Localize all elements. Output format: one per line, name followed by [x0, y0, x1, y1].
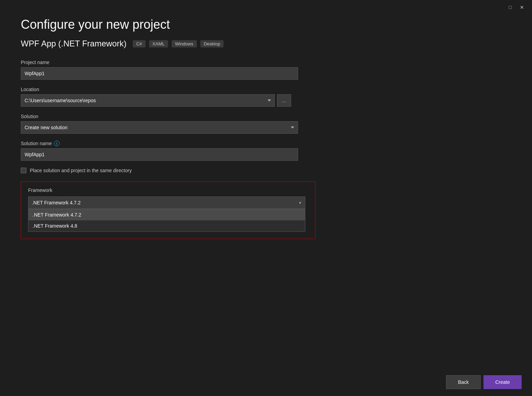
page-title: Configure your new project [21, 17, 291, 32]
solution-name-label: Solution name i [21, 141, 291, 146]
titlebar: □ ✕ [500, 0, 532, 15]
close-button[interactable]: ✕ [519, 4, 525, 10]
maximize-button[interactable]: □ [507, 4, 513, 10]
framework-dropdown-list: .NET Framework 4.7.2 .NET Framework 4.8 [28, 209, 305, 232]
solution-name-group: Solution name i [21, 141, 291, 161]
back-button[interactable]: Back [446, 375, 481, 389]
solution-select[interactable]: Create new solution [21, 121, 298, 134]
project-type-name: WPF App (.NET Framework) [21, 39, 127, 49]
solution-group: Solution Create new solution [21, 114, 291, 134]
create-button[interactable]: Create [483, 375, 522, 389]
location-label: Location [21, 87, 291, 92]
framework-option-2[interactable]: .NET Framework 4.8 [28, 220, 305, 231]
tag-xaml: XAML [149, 40, 168, 47]
project-name-group: Project name [21, 60, 291, 80]
location-group: Location C:\Users\username\source\repos … [21, 87, 291, 107]
location-row: C:\Users\username\source\repos ... [21, 94, 291, 107]
solution-label: Solution [21, 114, 291, 119]
browse-button[interactable]: ... [277, 94, 291, 107]
same-directory-label: Place solution and project in the same d… [30, 168, 132, 173]
same-directory-checkbox[interactable] [21, 168, 26, 173]
bottom-bar: Back Create [436, 368, 532, 396]
framework-select-wrapper: .NET Framework 4.7.2 ▼ [28, 196, 305, 209]
project-name-label: Project name [21, 60, 291, 65]
same-directory-row: Place solution and project in the same d… [21, 168, 291, 173]
solution-name-info-icon[interactable]: i [54, 141, 60, 146]
tag-desktop: Desktop [200, 40, 224, 47]
tag-csharp: C# [133, 40, 146, 47]
framework-label: Framework [28, 187, 308, 193]
project-type-row: WPF App (.NET Framework) C# XAML Windows… [21, 39, 291, 49]
project-name-input[interactable] [21, 67, 298, 80]
tag-windows: Windows [172, 40, 197, 47]
framework-option-1[interactable]: .NET Framework 4.7.2 [28, 209, 305, 220]
location-select[interactable]: C:\Users\username\source\repos [21, 94, 275, 107]
solution-name-input[interactable] [21, 148, 298, 161]
framework-section: Framework .NET Framework 4.7.2 ▼ .NET Fr… [21, 182, 315, 239]
main-content: Configure your new project WPF App (.NET… [0, 0, 312, 263]
framework-select[interactable]: .NET Framework 4.7.2 [28, 196, 305, 209]
